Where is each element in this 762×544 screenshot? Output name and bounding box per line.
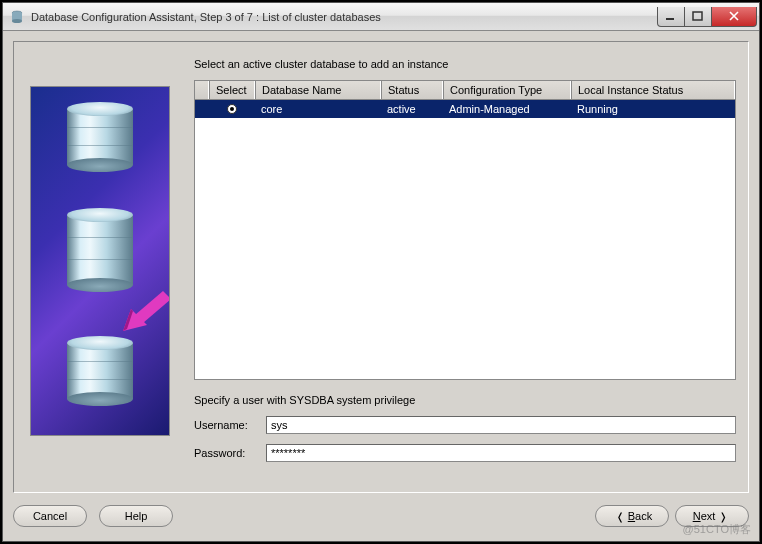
- close-button[interactable]: [711, 7, 757, 27]
- col-local-header[interactable]: Local Instance Status: [571, 81, 735, 99]
- watermark: @51CTO博客: [683, 522, 751, 537]
- table-row[interactable]: core active Admin-Managed Running: [195, 100, 735, 118]
- back-arrow-icon: ❬: [616, 511, 624, 522]
- password-label: Password:: [194, 447, 266, 459]
- col-status-header[interactable]: Status: [381, 81, 443, 99]
- password-input[interactable]: [266, 444, 736, 462]
- row-radio[interactable]: [209, 102, 255, 116]
- back-button[interactable]: ❬Back: [595, 505, 669, 527]
- titlebar[interactable]: Database Configuration Assistant, Step 3…: [3, 3, 759, 31]
- button-bar: Cancel Help ❬Back Next❭: [13, 501, 749, 531]
- wizard-graphic: [30, 86, 170, 436]
- cell-conf: Admin-Managed: [443, 101, 571, 117]
- instruction-text: Select an active cluster database to add…: [194, 58, 736, 70]
- app-window: Database Configuration Assistant, Step 3…: [2, 2, 760, 542]
- svg-rect-4: [693, 12, 702, 20]
- cell-status: active: [381, 101, 443, 117]
- help-button[interactable]: Help: [99, 505, 173, 527]
- privilege-label: Specify a user with SYSDBA system privil…: [194, 394, 736, 406]
- svg-point-2: [12, 19, 22, 23]
- table-header: Select Database Name Status Configuratio…: [195, 81, 735, 100]
- username-row: Username:: [194, 416, 736, 434]
- maximize-button[interactable]: [684, 7, 712, 27]
- database-table[interactable]: Select Database Name Status Configuratio…: [194, 80, 736, 380]
- col-conf-header[interactable]: Configuration Type: [443, 81, 571, 99]
- cell-local: Running: [571, 101, 735, 117]
- app-icon: [9, 9, 25, 25]
- col-blank: [195, 81, 209, 99]
- username-input[interactable]: [266, 416, 736, 434]
- col-name-header[interactable]: Database Name: [255, 81, 381, 99]
- svg-marker-5: [135, 291, 170, 323]
- minimize-button[interactable]: [657, 7, 685, 27]
- main-panel: Select an active cluster database to add…: [13, 41, 749, 493]
- window-controls: [658, 7, 757, 27]
- client-area: Select an active cluster database to add…: [3, 31, 759, 541]
- col-select-header[interactable]: Select: [209, 81, 255, 99]
- window-title: Database Configuration Assistant, Step 3…: [31, 11, 658, 23]
- password-row: Password:: [194, 444, 736, 462]
- svg-rect-3: [666, 18, 674, 20]
- username-label: Username:: [194, 419, 266, 431]
- content-area: Select an active cluster database to add…: [194, 58, 736, 482]
- cancel-button[interactable]: Cancel: [13, 505, 87, 527]
- next-arrow-icon: ❭: [719, 511, 727, 522]
- arrow-icon: [123, 287, 170, 335]
- cell-name: core: [255, 101, 381, 117]
